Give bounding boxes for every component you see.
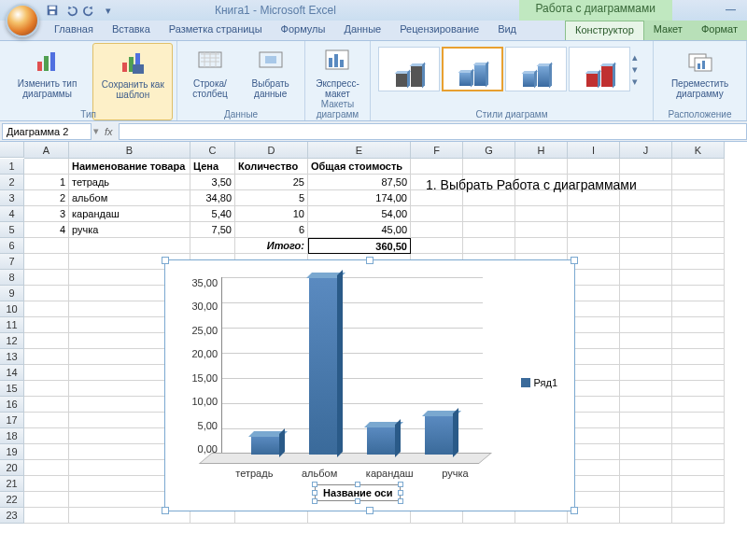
cell[interactable] (568, 238, 620, 254)
col-head-E[interactable]: E (308, 142, 411, 159)
cell[interactable]: альбом (69, 190, 190, 206)
cell[interactable] (672, 476, 725, 492)
namebox-dropdown-icon[interactable]: ▾ (93, 125, 99, 137)
cell[interactable]: 5 (235, 190, 308, 206)
row-head[interactable]: 1 (0, 159, 24, 175)
cell[interactable] (568, 159, 620, 175)
cell[interactable] (620, 476, 672, 492)
cell[interactable] (24, 381, 69, 397)
cell[interactable]: 360,50 (308, 238, 411, 254)
cell[interactable]: 45,00 (308, 222, 411, 238)
cell[interactable] (568, 397, 620, 413)
cell[interactable] (672, 460, 725, 476)
cell[interactable]: 4 (24, 222, 69, 238)
cell[interactable] (568, 492, 620, 508)
undo-icon[interactable] (63, 3, 78, 18)
cell[interactable] (620, 492, 672, 508)
row-head[interactable]: 9 (0, 286, 24, 301)
cell[interactable]: 1 (24, 175, 69, 190)
chart-handle-n[interactable] (366, 257, 374, 264)
office-button[interactable] (6, 4, 39, 37)
cell[interactable] (411, 159, 463, 175)
tab-formulas[interactable]: Формулы (272, 21, 335, 40)
cell[interactable] (411, 206, 463, 222)
col-head-B[interactable]: B (69, 142, 190, 159)
cell[interactable] (515, 238, 568, 254)
name-box[interactable]: Диаграмма 2 (2, 123, 92, 140)
col-head-D[interactable]: D (235, 142, 308, 159)
cell[interactable] (515, 206, 568, 222)
cell[interactable] (672, 159, 725, 175)
cell[interactable] (568, 381, 620, 397)
cell[interactable] (620, 397, 672, 413)
row-head[interactable]: 22 (0, 492, 24, 508)
cell[interactable] (620, 286, 672, 301)
col-head-A[interactable]: A (24, 142, 69, 159)
cell[interactable] (620, 301, 672, 317)
row-head[interactable]: 13 (0, 349, 24, 365)
cell[interactable] (620, 222, 672, 238)
cell[interactable] (672, 175, 725, 190)
cell[interactable] (672, 301, 725, 317)
fx-icon[interactable]: fx (105, 126, 113, 137)
tab-chart-format[interactable]: Формат (692, 21, 747, 40)
cell[interactable] (463, 222, 515, 238)
cell[interactable] (620, 159, 672, 175)
row-head[interactable]: 8 (0, 270, 24, 286)
row-head[interactable]: 3 (0, 190, 24, 206)
chart-bar[interactable] (425, 416, 453, 455)
cell[interactable] (620, 413, 672, 428)
cell[interactable] (672, 286, 725, 301)
cell[interactable] (568, 317, 620, 333)
cell[interactable] (24, 286, 69, 301)
chart-handle-sw[interactable] (162, 507, 169, 514)
col-head-F[interactable]: F (411, 142, 463, 159)
cell[interactable] (672, 190, 725, 206)
cell[interactable]: 7,50 (190, 222, 235, 238)
row-head[interactable]: 21 (0, 476, 24, 492)
cell[interactable] (620, 460, 672, 476)
cell[interactable]: 87,50 (308, 175, 411, 190)
row-head[interactable]: 23 (0, 508, 24, 524)
formula-input[interactable] (119, 123, 747, 140)
cell[interactable]: ручка (69, 222, 190, 238)
cell[interactable] (672, 222, 725, 238)
col-head-C[interactable]: C (190, 142, 235, 159)
cell[interactable] (24, 413, 69, 428)
row-head[interactable]: 5 (0, 222, 24, 238)
cell[interactable] (568, 333, 620, 349)
row-head[interactable]: 11 (0, 317, 24, 333)
cell[interactable] (515, 159, 568, 175)
x-axis-title[interactable]: Название оси (315, 484, 401, 501)
cell[interactable] (24, 444, 69, 460)
cell[interactable] (463, 190, 515, 206)
cell[interactable] (620, 238, 672, 254)
row-head[interactable]: 20 (0, 460, 24, 476)
tab-page-layout[interactable]: Разметка страницы (160, 21, 272, 40)
tab-insert[interactable]: Вставка (103, 21, 160, 40)
cell[interactable] (24, 238, 69, 254)
cell[interactable] (672, 508, 725, 524)
chart-bar[interactable] (309, 278, 337, 455)
chart-style-2[interactable] (442, 47, 503, 91)
row-head[interactable]: 14 (0, 365, 24, 381)
cell[interactable] (620, 444, 672, 460)
cell[interactable] (672, 428, 725, 444)
cell[interactable] (672, 365, 725, 381)
cell[interactable]: Наименование товара (69, 159, 190, 175)
cell[interactable] (672, 349, 725, 365)
cell[interactable] (568, 428, 620, 444)
tab-review[interactable]: Рецензирование (390, 21, 488, 40)
cell[interactable] (620, 349, 672, 365)
row-head[interactable]: 16 (0, 397, 24, 413)
chart-bar[interactable] (251, 437, 279, 455)
cell[interactable] (411, 238, 463, 254)
col-head-K[interactable]: K (672, 142, 725, 159)
cell[interactable] (463, 238, 515, 254)
chart-style-more[interactable]: ▴▾▾ (632, 48, 645, 91)
tab-chart-layout[interactable]: Макет (644, 21, 692, 40)
cell[interactable]: Общая стоимость (308, 159, 411, 175)
cell[interactable]: 174,00 (308, 190, 411, 206)
cell[interactable] (568, 413, 620, 428)
row-head[interactable]: 18 (0, 428, 24, 444)
